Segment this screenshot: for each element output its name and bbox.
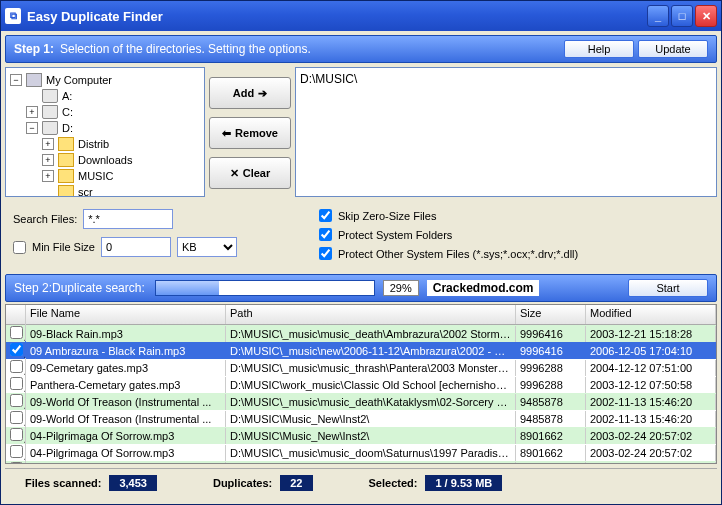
cell-size: 9485878 bbox=[516, 394, 586, 410]
cell-path: D:\MUSIC\Music_New\Inst2\ bbox=[226, 428, 516, 444]
row-checkbox[interactable] bbox=[10, 462, 23, 464]
table-row[interactable]: 04-Pilgrimaga Of Sorrow.mp3D:\MUSIC\Musi… bbox=[6, 427, 716, 444]
protect-sys-folders-checkbox[interactable] bbox=[319, 228, 332, 241]
cell-modified: 2003-02-24 20:57:02 bbox=[586, 428, 716, 444]
col-size[interactable]: Size bbox=[516, 305, 586, 324]
row-checkbox[interactable] bbox=[10, 360, 23, 373]
min-file-size-checkbox[interactable] bbox=[13, 241, 26, 254]
tree-folder[interactable]: Distrib bbox=[78, 138, 109, 150]
folder-icon bbox=[58, 185, 74, 197]
table-header: File Name Path Size Modified bbox=[6, 305, 716, 325]
selected-label: Selected: bbox=[369, 477, 418, 489]
cell-size: 9485878 bbox=[516, 411, 586, 427]
cell-path: D:\MUSIC\_music\music_doom\Saturnus\1997… bbox=[226, 445, 516, 461]
selected-paths-list[interactable]: D:\MUSIC\ bbox=[295, 67, 717, 197]
cell-size: 9996416 bbox=[516, 343, 586, 359]
drive-icon bbox=[42, 89, 58, 103]
files-scanned-value: 3,453 bbox=[109, 475, 157, 491]
row-checkbox[interactable] bbox=[10, 377, 23, 390]
cell-path: D:\MUSIC\_music\music_death\Ambrazura\20… bbox=[226, 326, 516, 342]
expand-icon[interactable]: + bbox=[42, 138, 54, 150]
cell-size: 8901662 bbox=[516, 428, 586, 444]
progress-bar bbox=[155, 280, 375, 296]
cell-modified: 2006-12-05 17:04:10 bbox=[586, 343, 716, 359]
cell-filename: 09-World Of Treason (Instrumental ... bbox=[26, 394, 226, 410]
cell-filename: 09-Black Rain.mp3 bbox=[26, 326, 226, 342]
collapse-icon[interactable]: − bbox=[26, 122, 38, 134]
step2-label: Step 2: bbox=[14, 281, 52, 295]
cell-modified: 2002-11-13 15:46:20 bbox=[586, 411, 716, 427]
min-file-size-input[interactable] bbox=[101, 237, 171, 257]
collapse-icon[interactable]: − bbox=[10, 74, 22, 86]
table-row[interactable]: 04-Pilgrimaga Of Sorrow.mp3D:\MUSIC\_mus… bbox=[6, 444, 716, 461]
brand-text: Crackedmod.com bbox=[427, 280, 540, 296]
close-button[interactable]: ✕ bbox=[695, 5, 717, 27]
cell-size: 9996416 bbox=[516, 326, 586, 342]
directory-tree[interactable]: −My Computer A: +C: −D: +Distrib +Downlo… bbox=[5, 67, 205, 197]
results-table: File Name Path Size Modified 09-Black Ra… bbox=[5, 304, 717, 464]
table-row[interactable]: 09-Black Rain.mp3D:\MUSIC\_music\music_d… bbox=[6, 325, 716, 342]
selected-value: 1 / 9.53 MB bbox=[425, 475, 502, 491]
row-checkbox[interactable] bbox=[10, 394, 23, 407]
tree-drive-a[interactable]: A: bbox=[62, 90, 72, 102]
tree-folder[interactable]: scr bbox=[78, 186, 93, 197]
tree-folder[interactable]: MUSIC bbox=[78, 170, 113, 182]
col-path[interactable]: Path bbox=[226, 305, 516, 324]
status-bar: Files scanned: 3,453 Duplicates: 22 Sele… bbox=[5, 468, 717, 497]
cell-filename: 09 Ambrazura - Black Rain.mp3 bbox=[26, 343, 226, 359]
cell-modified: 2003-02-24 20:57:02 bbox=[586, 445, 716, 461]
cell-path: D:\MUSIC\_music\music_thrash\Pantera\200… bbox=[226, 360, 516, 376]
drive-icon bbox=[42, 105, 58, 119]
table-row[interactable]: Panthera-Cemetary gates.mp3D:\MUSIC\work… bbox=[6, 376, 716, 393]
search-files-input[interactable] bbox=[83, 209, 173, 229]
duplicates-value: 22 bbox=[280, 475, 312, 491]
col-modified[interactable]: Modified bbox=[586, 305, 716, 324]
start-button[interactable]: Start bbox=[628, 279, 708, 297]
step1-bar: Step 1: Selection of the directories. Se… bbox=[5, 35, 717, 63]
help-button[interactable]: Help bbox=[564, 40, 634, 58]
size-unit-select[interactable]: KB bbox=[177, 237, 237, 257]
tree-folder[interactable]: Downloads bbox=[78, 154, 132, 166]
row-checkbox[interactable] bbox=[10, 326, 23, 339]
protect-sys-files-label: Protect Other System Files (*.sys;*.ocx;… bbox=[338, 248, 578, 260]
row-checkbox[interactable] bbox=[10, 343, 23, 356]
row-checkbox[interactable] bbox=[10, 411, 23, 424]
minimize-button[interactable]: _ bbox=[647, 5, 669, 27]
cell-filename: 04 Ambrazura - Kill Yourself.mp3 bbox=[26, 462, 226, 465]
expand-icon[interactable]: + bbox=[26, 106, 38, 118]
update-button[interactable]: Update bbox=[638, 40, 708, 58]
tree-drive-c[interactable]: C: bbox=[62, 106, 73, 118]
cell-modified: 2004-12-12 07:51:00 bbox=[586, 360, 716, 376]
table-row[interactable]: 09-World Of Treason (Instrumental ...D:\… bbox=[6, 410, 716, 427]
table-row[interactable]: 09-Cemetary gates.mp3D:\MUSIC\_music\mus… bbox=[6, 359, 716, 376]
arrow-left-icon: ⬅ bbox=[222, 127, 231, 140]
skip-zero-checkbox[interactable] bbox=[319, 209, 332, 222]
table-row[interactable]: 09-World Of Treason (Instrumental ...D:\… bbox=[6, 393, 716, 410]
cell-filename: 09-World Of Treason (Instrumental ... bbox=[26, 411, 226, 427]
table-row[interactable]: 09 Ambrazura - Black Rain.mp3D:\MUSIC\_m… bbox=[6, 342, 716, 359]
cell-modified: 2003-12-21 15:18:28 bbox=[586, 326, 716, 342]
col-filename[interactable]: File Name bbox=[26, 305, 226, 324]
expand-icon[interactable]: + bbox=[42, 170, 54, 182]
cell-path: D:\MUSIC\work_music\Classic Old School [… bbox=[226, 377, 516, 393]
tree-root[interactable]: My Computer bbox=[46, 74, 112, 86]
tree-drive-d[interactable]: D: bbox=[62, 122, 73, 134]
clear-button[interactable]: ✕Clear bbox=[209, 157, 291, 189]
titlebar: ⧉ Easy Duplicate Finder _ □ ✕ bbox=[1, 1, 721, 31]
remove-button[interactable]: ⬅Remove bbox=[209, 117, 291, 149]
arrow-right-icon: ➔ bbox=[258, 87, 267, 100]
row-checkbox[interactable] bbox=[10, 445, 23, 458]
protect-sys-files-checkbox[interactable] bbox=[319, 247, 332, 260]
path-entry[interactable]: D:\MUSIC\ bbox=[300, 72, 712, 86]
cell-modified: 2003-12-12 07:50:58 bbox=[586, 377, 716, 393]
add-button[interactable]: Add➔ bbox=[209, 77, 291, 109]
duplicates-label: Duplicates: bbox=[213, 477, 272, 489]
folder-icon bbox=[58, 153, 74, 167]
maximize-button[interactable]: □ bbox=[671, 5, 693, 27]
expand-icon[interactable]: + bbox=[42, 154, 54, 166]
cell-size: 8052864 bbox=[516, 462, 586, 465]
row-checkbox[interactable] bbox=[10, 428, 23, 441]
computer-icon bbox=[26, 73, 42, 87]
skip-zero-label: Skip Zero-Size Files bbox=[338, 210, 436, 222]
table-row[interactable]: 04 Ambrazura - Kill Yourself.mp3D:\MUSIC… bbox=[6, 461, 716, 464]
